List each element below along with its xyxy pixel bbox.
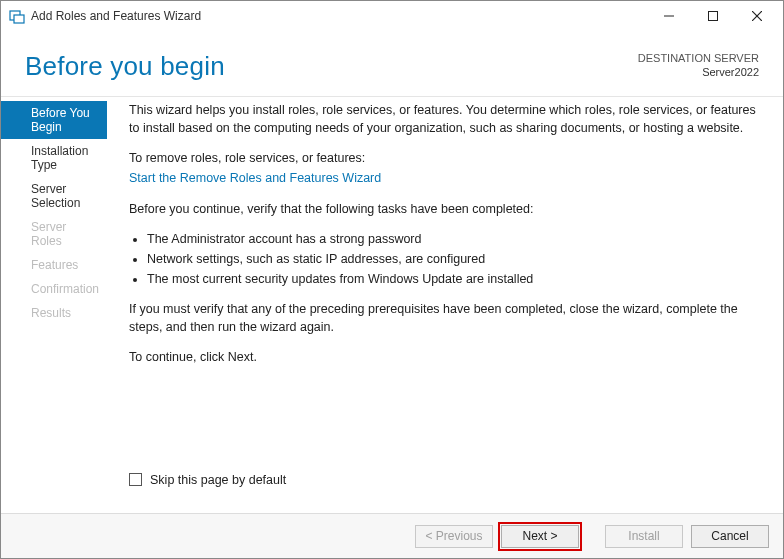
previous-button[interactable]: < Previous <box>415 525 493 548</box>
wizard-main: This wizard helps you install roles, rol… <box>107 97 783 497</box>
nav-step-3: Server Roles <box>1 215 107 253</box>
remove-roles-link[interactable]: Start the Remove Roles and Features Wiza… <box>129 171 381 185</box>
install-button[interactable]: Install <box>605 525 683 548</box>
nav-step-2[interactable]: Server Selection <box>1 177 107 215</box>
prerequisite-item: The Administrator account has a strong p… <box>147 230 761 248</box>
svg-line-4 <box>752 11 762 21</box>
app-icon <box>9 8 25 24</box>
nav-step-1[interactable]: Installation Type <box>1 139 107 177</box>
intro-text: This wizard helps you install roles, rol… <box>129 101 761 137</box>
verify-intro-text: Before you continue, verify that the fol… <box>129 200 761 218</box>
prerequisite-item: Network settings, such as static IP addr… <box>147 250 761 268</box>
wizard-body: Before You BeginInstallation TypeServer … <box>1 97 783 497</box>
skip-page-label: Skip this page by default <box>150 471 286 489</box>
wizard-footer: < Previous Next > Install Cancel <box>1 513 783 558</box>
remove-roles-label: To remove roles, role services, or featu… <box>129 149 761 167</box>
wizard-window: Add Roles and Features Wizard Before you… <box>0 0 784 559</box>
titlebar: Add Roles and Features Wizard <box>1 1 783 31</box>
destination-server-name: Server2022 <box>638 65 759 79</box>
nav-step-5: Confirmation <box>1 277 107 301</box>
nav-step-4: Features <box>1 253 107 277</box>
verify-note-text: If you must verify that any of the prece… <box>129 300 761 336</box>
wizard-header: Before you begin DESTINATION SERVER Serv… <box>1 31 783 97</box>
minimize-button[interactable] <box>647 1 691 31</box>
next-button[interactable]: Next > <box>501 525 579 548</box>
prerequisites-list: The Administrator account has a strong p… <box>129 230 761 288</box>
continue-note-text: To continue, click Next. <box>129 348 761 366</box>
window-title: Add Roles and Features Wizard <box>31 9 647 23</box>
page-title: Before you begin <box>25 51 225 82</box>
prerequisite-item: The most current security updates from W… <box>147 270 761 288</box>
nav-step-0[interactable]: Before You Begin <box>1 101 107 139</box>
close-button[interactable] <box>735 1 779 31</box>
maximize-button[interactable] <box>691 1 735 31</box>
destination-server-label: DESTINATION SERVER <box>638 51 759 65</box>
svg-line-5 <box>752 11 762 21</box>
skip-page-checkbox[interactable] <box>129 473 142 486</box>
cancel-button[interactable]: Cancel <box>691 525 769 548</box>
svg-rect-1 <box>14 15 24 23</box>
destination-server-info: DESTINATION SERVER Server2022 <box>638 51 759 80</box>
skip-page-row: Skip this page by default <box>129 471 286 489</box>
nav-step-6: Results <box>1 301 107 325</box>
svg-rect-3 <box>709 12 718 21</box>
wizard-nav: Before You BeginInstallation TypeServer … <box>1 97 107 497</box>
